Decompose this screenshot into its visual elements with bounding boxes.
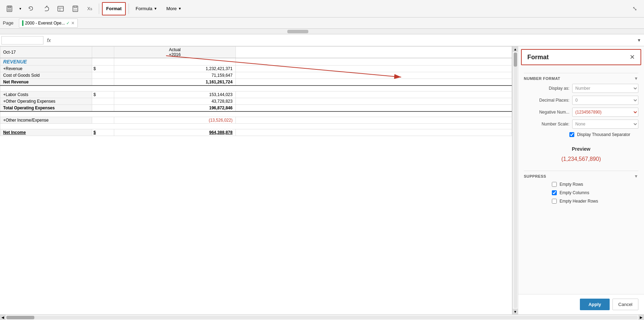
- formula-button[interactable]: Formula ▼: [132, 2, 161, 15]
- net-revenue-label[interactable]: Net Revenue: [0, 79, 92, 86]
- preview-title: Preview: [524, 146, 638, 152]
- collapse-button[interactable]: ⤡: [628, 2, 641, 15]
- formula-bar: fx ▼: [0, 34, 644, 46]
- h-scroll-thumb[interactable]: [6, 316, 34, 319]
- tab-color-bar: [22, 20, 23, 26]
- net-income-label[interactable]: Net Income: [0, 129, 92, 136]
- decimal-places-label: Decimal Places:: [524, 98, 569, 103]
- cogs-label[interactable]: Cost of Goods Sold: [0, 72, 92, 79]
- format-button[interactable]: Format: [102, 2, 126, 15]
- number-format-section: NUMBER FORMAT ▼ Display as: Number Curre…: [518, 68, 644, 143]
- page-tab[interactable]: 2000 - Everest Ope... ✓ ✕: [19, 19, 78, 28]
- suppress-label: SUPPRESS: [524, 174, 546, 178]
- more-button[interactable]: More ▼: [163, 2, 186, 15]
- revenue-value: [114, 58, 235, 66]
- h-scrollbar[interactable]: ◀ ▶: [0, 314, 644, 320]
- empty-cell15: [235, 129, 512, 136]
- empty-cell9: [92, 98, 114, 104]
- empty-cell4: [92, 72, 114, 79]
- display-as-select[interactable]: Number Currency Percentage: [572, 84, 638, 93]
- thousand-separator-checkbox[interactable]: [569, 132, 574, 137]
- empty-cell13: [92, 117, 114, 124]
- sheet-scroll-area[interactable]: Oct-17 Actual +2016 REVENUE: [0, 46, 512, 314]
- empty-cell12: [235, 104, 512, 111]
- h-scroll-right[interactable]: ▶: [638, 315, 644, 320]
- empty-header-rows-label: Empty Header Rows: [560, 199, 598, 204]
- v-scroll-down[interactable]: ▼: [513, 309, 518, 314]
- undo-button[interactable]: [25, 2, 38, 15]
- empty-cell10: [235, 98, 512, 104]
- table-row: +Labor Costs $ 153,144,023: [0, 91, 512, 98]
- sheet-table: Oct-17 Actual +2016 REVENUE: [0, 46, 512, 136]
- date-cell[interactable]: Oct-17: [0, 47, 92, 58]
- panel-buttons: Apply Cancel: [518, 294, 644, 314]
- empty-cell14: [235, 117, 512, 124]
- v-scroll-track[interactable]: [514, 53, 517, 308]
- table-row: +Other Income/Expense (13,526,022): [0, 117, 512, 124]
- main-area: Oct-17 Actual +2016 REVENUE: [0, 46, 644, 314]
- empty-cell: [92, 58, 114, 66]
- negative-num-select[interactable]: (1234567890) -1234567890: [572, 108, 638, 117]
- formula-input[interactable]: [54, 36, 634, 45]
- labor-label[interactable]: +Labor Costs: [0, 91, 92, 98]
- top-scroll-thumb[interactable]: [287, 30, 308, 33]
- preview-section: Preview (1,234,567,890): [518, 143, 644, 168]
- fx-label: fx: [45, 38, 53, 43]
- thousand-separator-row: Display Thousand Separator: [524, 130, 638, 139]
- more-chevron: ▼: [178, 7, 181, 11]
- revenue-label-cell[interactable]: REVENUE: [0, 58, 92, 66]
- svg-rect-1: [8, 6, 11, 8]
- toolbar: ▼ Xs Format Formula ▼ More: [0, 0, 644, 18]
- v-scroll-thumb[interactable]: [514, 53, 517, 67]
- svg-rect-8: [74, 9, 77, 11]
- display-as-label: Display as:: [524, 86, 569, 91]
- table-row: REVENUE: [0, 58, 512, 66]
- total-opex-label[interactable]: Total Operating Expenses: [0, 104, 92, 111]
- empty-columns-row: Empty Columns: [524, 189, 638, 197]
- labor-value: 153,144,023: [114, 91, 235, 98]
- decimal-places-select[interactable]: 0 1 2: [572, 96, 638, 105]
- display-as-row: Display as: Number Currency Percentage: [524, 82, 638, 94]
- table-row: Total Operating Expenses 196,872,846: [0, 104, 512, 111]
- suppress-header: SUPPRESS ▼: [524, 171, 638, 180]
- v-scrollbar[interactable]: ▲ ▼: [512, 46, 518, 314]
- tab-close[interactable]: ✕: [71, 21, 75, 26]
- xs-button[interactable]: Xs: [83, 2, 96, 15]
- h-scroll-left[interactable]: ◀: [0, 315, 6, 320]
- redo-button[interactable]: [39, 2, 53, 15]
- empty-cell11: [92, 104, 114, 111]
- cancel-button[interactable]: Cancel: [612, 299, 638, 310]
- page-bar: Page 2000 - Everest Ope... ✓ ✕: [0, 18, 644, 29]
- dropdown-save-button[interactable]: ▼: [18, 2, 23, 15]
- page-label: Page: [3, 20, 13, 26]
- suppress-collapse[interactable]: ▼: [634, 174, 638, 179]
- empty-rows-label: Empty Rows: [560, 182, 583, 187]
- number-format-collapse[interactable]: ▼: [634, 76, 638, 81]
- apply-button[interactable]: Apply: [580, 299, 609, 310]
- date-label: Oct-17: [3, 50, 16, 55]
- table-row: Net Income $ 964,388,878: [0, 129, 512, 136]
- dollar-cell: $: [92, 66, 114, 72]
- save-button[interactable]: [3, 2, 16, 15]
- number-scale-select[interactable]: None Thousands Millions Billions: [572, 120, 638, 129]
- table-row: Cost of Goods Sold 71,159,647: [0, 72, 512, 79]
- v-scroll-up[interactable]: ▲: [513, 46, 518, 52]
- h-scroll-track[interactable]: [6, 316, 638, 319]
- empty-rows-checkbox[interactable]: [552, 182, 557, 187]
- revenue-row-label[interactable]: +Revenue: [0, 66, 92, 72]
- cell-ref-input[interactable]: [1, 36, 43, 45]
- other-opex-value: 43,728,823: [114, 98, 235, 104]
- labor-dollar: $: [92, 91, 114, 98]
- table-button[interactable]: [54, 2, 67, 15]
- empty-columns-checkbox[interactable]: [552, 190, 557, 195]
- save3-button[interactable]: [69, 2, 82, 15]
- negative-num-row: Negative Num... (1234567890) -1234567890: [524, 106, 638, 118]
- empty-header-rows-checkbox[interactable]: [552, 199, 557, 204]
- table-row: +Revenue $ 1,232,421,371: [0, 66, 512, 72]
- panel-close-button[interactable]: ✕: [630, 53, 635, 61]
- top-scrollbar[interactable]: [0, 29, 644, 34]
- expand-button[interactable]: ▼: [636, 37, 643, 44]
- tab-check: ✓: [66, 21, 70, 26]
- other-opex-label[interactable]: +Other Operating Expenses: [0, 98, 92, 104]
- other-income-label[interactable]: +Other Income/Expense: [0, 117, 92, 124]
